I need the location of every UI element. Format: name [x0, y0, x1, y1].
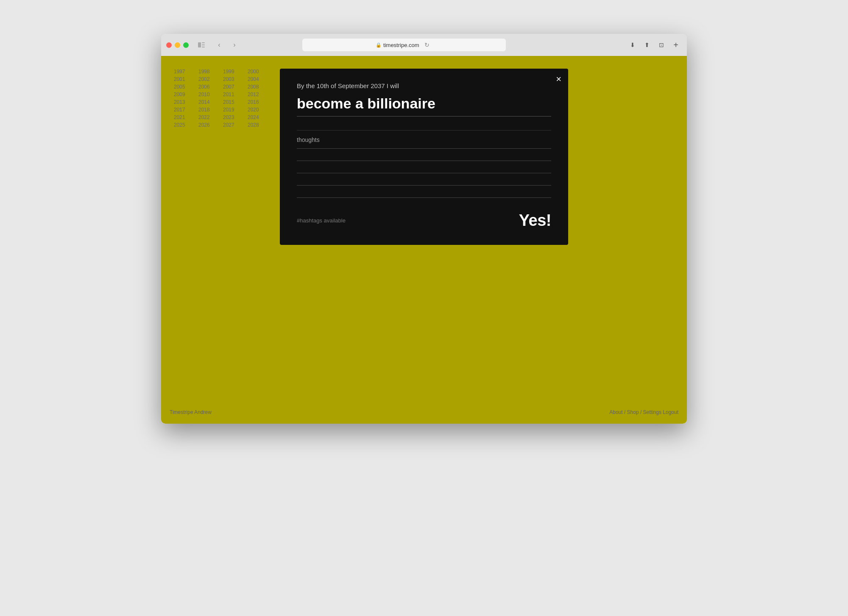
browser-content: 1997199819992000 2001200220032004 200520…	[161, 56, 687, 424]
modal-footer: #hashtags available Yes!	[297, 211, 551, 230]
toolbar-right: ⬇ ⬆ ⊡ +	[627, 39, 682, 51]
yes-button[interactable]: Yes!	[519, 211, 551, 230]
address-bar[interactable]: 🔒 timestripe.com ↻	[302, 39, 506, 51]
thoughts-line-4	[297, 185, 551, 186]
reload-button[interactable]: ↻	[421, 39, 433, 51]
thoughts-line-2	[297, 161, 551, 161]
modal-subtitle: By the 10th of September 2037 I will	[297, 82, 551, 89]
download-button[interactable]: ⬇	[627, 39, 639, 51]
thoughts-line-3	[297, 173, 551, 173]
url-text: timestripe.com	[383, 42, 419, 48]
sidebar-view-button[interactable]: ⊡	[656, 39, 667, 51]
thoughts-lines	[297, 148, 551, 198]
modal-divider	[297, 130, 551, 130]
svg-rect-1	[202, 42, 205, 43]
sidebar-toggle-button[interactable]	[195, 39, 207, 51]
svg-rect-2	[202, 44, 205, 45]
goal-title-input[interactable]	[297, 95, 551, 117]
svg-rect-3	[202, 47, 205, 47]
browser-toolbar: ‹ › 🔒 timestripe.com ↻ ⬇ ⬆ ⊡ +	[161, 34, 687, 56]
hashtags-hint: #hashtags available	[297, 217, 346, 224]
thoughts-line-1	[297, 148, 551, 149]
minimize-button[interactable]	[175, 42, 180, 48]
svg-rect-0	[198, 42, 201, 47]
forward-button[interactable]: ›	[229, 39, 240, 51]
close-button[interactable]	[166, 42, 172, 48]
new-tab-button[interactable]: +	[670, 39, 682, 51]
fullscreen-button[interactable]	[183, 42, 189, 48]
thoughts-label: thoughts	[297, 136, 551, 143]
modal-close-button[interactable]: ×	[556, 75, 561, 84]
browser-window: ‹ › 🔒 timestripe.com ↻ ⬇ ⬆ ⊡ + 199719981…	[161, 34, 687, 424]
thoughts-line-5	[297, 197, 551, 198]
traffic-lights	[166, 42, 189, 48]
modal-overlay: × By the 10th of September 2037 I will t…	[161, 56, 687, 424]
share-button[interactable]: ⬆	[641, 39, 653, 51]
goal-modal: × By the 10th of September 2037 I will t…	[280, 69, 568, 245]
back-button[interactable]: ‹	[213, 39, 225, 51]
lock-icon: 🔒	[376, 42, 382, 48]
